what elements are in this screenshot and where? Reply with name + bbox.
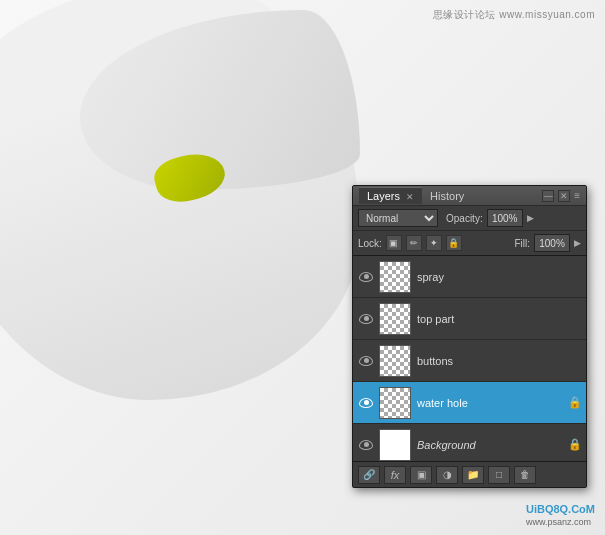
layer-item-spray[interactable]: spray — [353, 256, 586, 298]
layer-name-top-part: top part — [417, 313, 582, 325]
layers-list: spray top part buttons — [353, 256, 586, 461]
layer-item-buttons[interactable]: buttons — [353, 340, 586, 382]
watermark-blue: UiBQ — [526, 503, 554, 515]
layer-thumb-water-hole — [379, 387, 411, 419]
new-layer-button[interactable]: □ — [488, 466, 510, 484]
layer-visibility-spray[interactable] — [357, 268, 375, 286]
panel-menu-icon[interactable]: ≡ — [574, 190, 580, 202]
fill-label: Fill: — [514, 238, 530, 249]
layer-name-buttons: buttons — [417, 355, 582, 367]
fill-value[interactable]: 100% — [534, 234, 570, 252]
panel-minimize[interactable]: — — [542, 190, 554, 202]
tab-layers[interactable]: Layers ✕ — [359, 187, 422, 204]
panel-toolbar: 🔗 fx ▣ ◑ 📁 □ 🗑 — [353, 461, 586, 487]
lock-fill-row: Lock: ▣ ✏ ✦ 🔒 Fill: 100% ▶ — [353, 231, 586, 256]
watermark-bottom: UiBQ8Q.CoM www.psanz.com — [526, 503, 595, 527]
lock-move-btn[interactable]: ✦ — [426, 235, 442, 251]
layer-item-background[interactable]: Background 🔒 — [353, 424, 586, 461]
layer-name-background: Background — [417, 439, 564, 451]
opacity-label: Opacity: — [446, 213, 483, 224]
layer-visibility-water-hole[interactable] — [357, 394, 375, 412]
blend-opacity-row: Normal Multiply Screen Opacity: 100% ▶ — [353, 206, 586, 231]
lock-pixels-btn[interactable]: ▣ — [386, 235, 402, 251]
blend-mode-select[interactable]: Normal Multiply Screen — [358, 209, 438, 227]
layer-name-spray: spray — [417, 271, 582, 283]
panel-close[interactable]: ✕ — [558, 190, 570, 202]
eye-icon-spray — [359, 272, 373, 282]
layer-thumb-top-part — [379, 303, 411, 335]
watermark-top: 思缘设计论坛 www.missyuan.com — [433, 8, 595, 22]
lock-position-btn[interactable]: ✏ — [406, 235, 422, 251]
layer-thumb-spray — [379, 261, 411, 293]
layer-lock-water-hole: 🔒 — [568, 396, 582, 409]
eye-icon-buttons — [359, 356, 373, 366]
lock-label: Lock: — [358, 238, 382, 249]
tab-history[interactable]: History — [422, 188, 472, 204]
tab-layers-close[interactable]: ✕ — [406, 192, 414, 202]
group-button[interactable]: 📁 — [462, 466, 484, 484]
layer-visibility-buttons[interactable] — [357, 352, 375, 370]
delete-layer-button[interactable]: 🗑 — [514, 466, 536, 484]
layers-scroll-container: spray top part buttons — [353, 256, 586, 461]
layer-thumb-buttons — [379, 345, 411, 377]
adjustment-button[interactable]: ◑ — [436, 466, 458, 484]
layers-panel: Layers ✕ History — ✕ ≡ Normal Multiply S… — [352, 185, 587, 488]
eye-icon-top-part — [359, 314, 373, 324]
lock-all-btn[interactable]: 🔒 — [446, 235, 462, 251]
opacity-value[interactable]: 100% — [487, 209, 523, 227]
eye-icon-background — [359, 440, 373, 450]
layer-effects-button[interactable]: fx — [384, 466, 406, 484]
panel-window-controls: — ✕ ≡ — [542, 190, 580, 202]
layer-visibility-background[interactable] — [357, 436, 375, 454]
layer-item-water-hole[interactable]: water hole 🔒 — [353, 382, 586, 424]
layer-lock-background: 🔒 — [568, 438, 582, 451]
panel-titlebar: Layers ✕ History — ✕ ≡ — [353, 186, 586, 206]
panel-tabs: Layers ✕ History — [359, 187, 472, 204]
watermark-sub: www.psanz.com — [526, 517, 591, 527]
opacity-arrow[interactable]: ▶ — [527, 213, 534, 223]
layer-item-top-part[interactable]: top part — [353, 298, 586, 340]
layer-thumb-background — [379, 429, 411, 461]
layer-visibility-top-part[interactable] — [357, 310, 375, 328]
add-mask-button[interactable]: ▣ — [410, 466, 432, 484]
eye-icon-water-hole — [359, 398, 373, 408]
layer-name-water-hole: water hole — [417, 397, 564, 409]
fill-arrow[interactable]: ▶ — [574, 238, 581, 248]
link-layers-button[interactable]: 🔗 — [358, 466, 380, 484]
